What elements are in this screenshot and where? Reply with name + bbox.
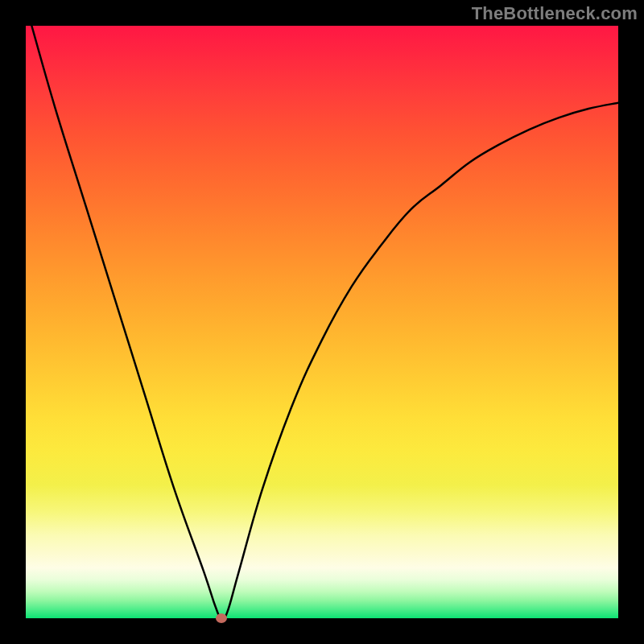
bottleneck-curve [26,26,618,618]
chart-frame: TheBottleneck.com [0,0,644,644]
plot-area [26,26,618,618]
watermark-text: TheBottleneck.com [472,3,638,24]
min-marker [216,613,227,623]
